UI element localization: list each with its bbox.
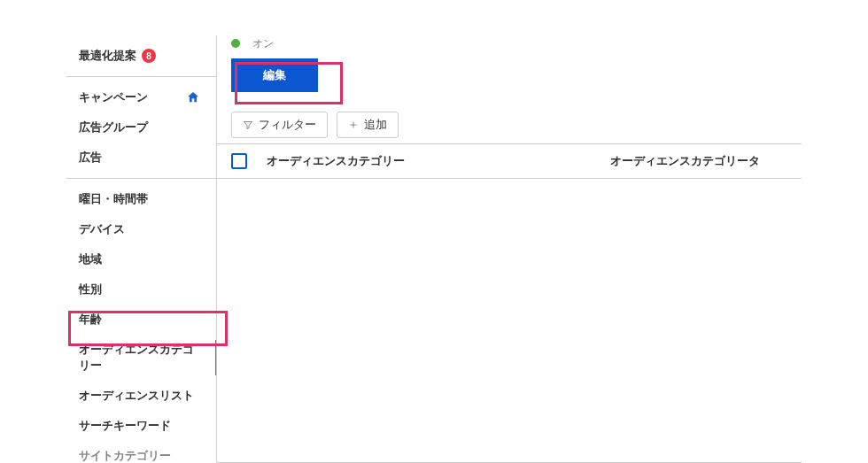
status-dot-icon [231, 39, 240, 48]
sidebar-item-optimization[interactable]: 最適化提案 8 [66, 41, 216, 71]
edit-button[interactable]: 編集 [231, 58, 318, 92]
sidebar-item-label: サーチキーワード [79, 418, 171, 434]
table-body [217, 179, 802, 463]
active-indicator [215, 340, 216, 375]
main-content: オン 編集 フィルター 追加 オーディエンスカテゴリー オーディエンスカテゴリー… [217, 35, 802, 463]
sidebar-item-label: オーディエンスリスト [79, 388, 194, 404]
status-text: オン [252, 36, 274, 50]
add-label: 追加 [364, 117, 387, 133]
column-header-category[interactable]: オーディエンスカテゴリー [267, 153, 610, 169]
sidebar: 最適化提案 8 キャンペーン 広告グループ 広告 曜日・時間帯 デバイス [66, 35, 217, 463]
sidebar-item-label: オーディエンスカテゴリー [79, 342, 204, 374]
sidebar-item-label: 年齢 [79, 312, 102, 328]
sidebar-item-daytime[interactable]: 曜日・時間帯 [66, 184, 216, 214]
top-status-bar: オン [217, 35, 802, 50]
add-button[interactable]: 追加 [337, 112, 399, 138]
sidebar-item-label: 最適化提案 [79, 48, 136, 64]
sidebar-item-campaign[interactable]: キャンペーン [66, 82, 216, 112]
sidebar-item-label: デバイス [79, 221, 125, 237]
plus-icon [348, 120, 359, 130]
sidebar-item-search-keyword[interactable]: サーチキーワード [66, 411, 216, 441]
sidebar-item-label: 広告 [79, 150, 102, 166]
sidebar-item-adgroup[interactable]: 広告グループ [66, 112, 216, 143]
sidebar-item-ads[interactable]: 広告 [66, 143, 216, 173]
sidebar-item-label: 性別 [79, 282, 102, 297]
sidebar-item-audience-category[interactable]: オーディエンスカテゴリー [66, 335, 216, 381]
select-all-checkbox[interactable] [231, 153, 247, 169]
sidebar-item-label: 広告グループ [79, 120, 148, 135]
sidebar-item-age[interactable]: 年齢 [66, 305, 216, 335]
sidebar-item-device[interactable]: デバイス [66, 214, 216, 244]
filter-button[interactable]: フィルター [231, 112, 328, 138]
home-icon [186, 90, 200, 104]
sidebar-item-audience-list[interactable]: オーディエンスリスト [66, 381, 216, 411]
sidebar-item-site-category[interactable]: サイトカテゴリー [66, 441, 216, 463]
sidebar-item-region[interactable]: 地域 [66, 244, 216, 274]
filter-icon [243, 120, 253, 130]
notification-badge: 8 [142, 49, 156, 63]
sidebar-item-label: 地域 [79, 251, 102, 267]
table-header: オーディエンスカテゴリー オーディエンスカテゴリータ [217, 143, 802, 179]
sidebar-item-label: サイトカテゴリー [79, 448, 171, 463]
sidebar-item-label: 曜日・時間帯 [79, 191, 148, 207]
sidebar-item-gender[interactable]: 性別 [66, 274, 216, 305]
sidebar-item-label: キャンペーン [79, 89, 148, 105]
filter-label: フィルター [259, 117, 316, 133]
column-header-category-type[interactable]: オーディエンスカテゴリータ [610, 153, 787, 169]
